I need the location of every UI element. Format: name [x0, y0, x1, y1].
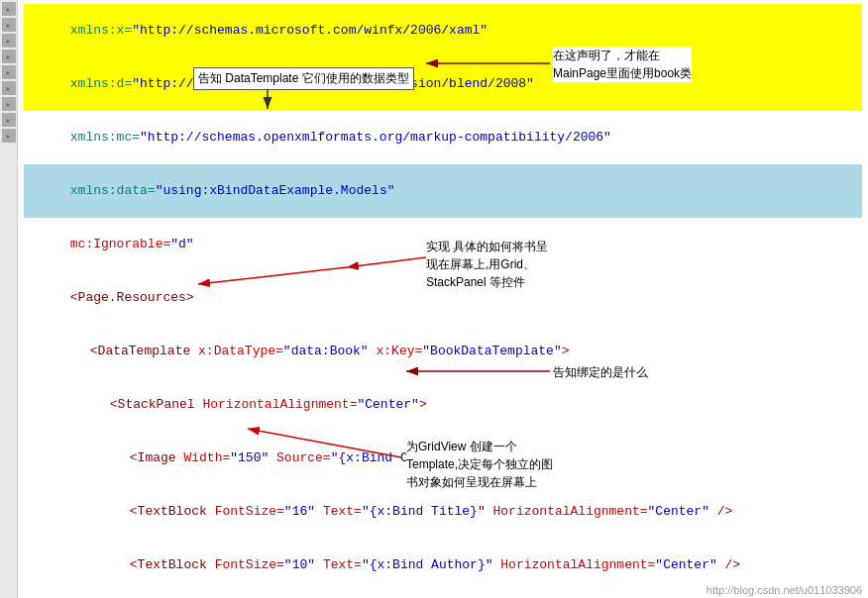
- left-gutter: ▸ ▸ ▸ ▸ ▸ ▸ ▸ ▸ ▸: [0, 0, 18, 598]
- code-line-7: <DataTemplate x:DataType="data:Book" x:K…: [24, 325, 862, 378]
- gutter-icon-2: ▸: [2, 18, 16, 32]
- code-area: xmlns:x="http://schemas.microsoft.com/wi…: [18, 0, 868, 598]
- code-line-5: mc:Ignorable="d": [24, 218, 862, 271]
- gutter-icon-7: ▸: [2, 97, 16, 111]
- gutter-icon-5: ▸: [2, 65, 16, 79]
- gutter-icon-9: ▸: [2, 129, 16, 143]
- code-line-1: xmlns:x="http://schemas.microsoft.com/wi…: [24, 4, 862, 57]
- code-line-9: <Image Width="150" Source="{x:Bind Cover…: [24, 432, 862, 485]
- main-container: ▸ ▸ ▸ ▸ ▸ ▸ ▸ ▸ ▸ xmlns:x="http://schema…: [0, 0, 868, 598]
- code-line-4: xmlns:data="using:xBindDataExample.Model…: [24, 164, 862, 218]
- code-line-10: <TextBlock FontSize="16" Text="{x:Bind T…: [24, 485, 862, 539]
- code-line-3: xmlns:mc="http://schemas.openxmlformats.…: [24, 111, 862, 164]
- code-line-6: <Page.Resources>: [24, 271, 862, 325]
- gutter-icon-6: ▸: [2, 81, 16, 95]
- watermark: http://blog.csdn.net/u011033906: [701, 582, 868, 598]
- gutter-icon-3: ▸: [2, 34, 16, 48]
- gutter-icon-8: ▸: [2, 113, 16, 127]
- code-line-2: xmlns:d="http://schemas.microsoft.com/ex…: [24, 57, 862, 111]
- gutter-icon-1: ▸: [2, 2, 16, 16]
- gutter-icon-4: ▸: [2, 50, 16, 63]
- code-line-8: <StackPanel HorizontalAlignment="Center"…: [24, 378, 862, 432]
